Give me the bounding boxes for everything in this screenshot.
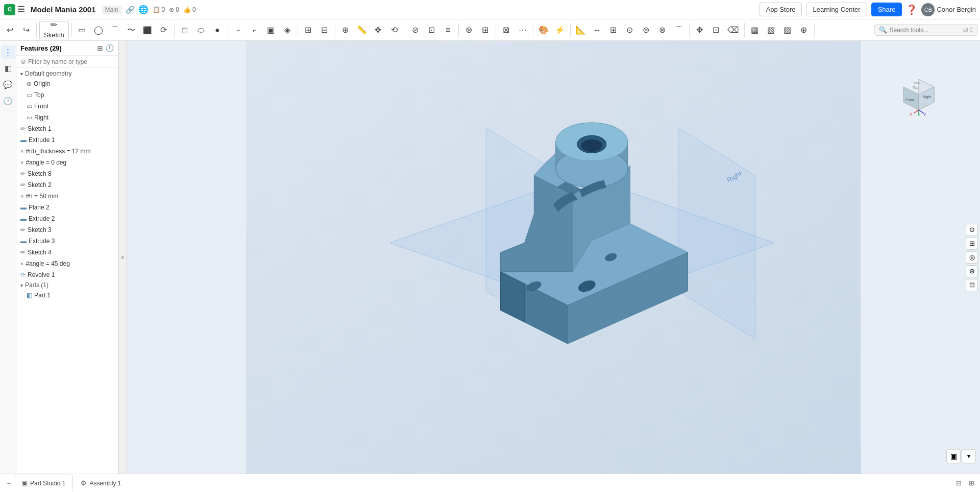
toolbar-freeform[interactable]: 〜 [124,21,139,39]
help-button[interactable]: ❓ [906,4,917,15]
toolbar-more[interactable]: ⋯ [515,21,530,39]
globe-icon[interactable]: 🌐 [138,5,149,14]
sidebar-parts-icon[interactable]: ◧ [1,61,15,76]
tree-item-plane2[interactable]: ▬ Plane 2 [16,202,118,213]
tree-item-var-rib[interactable]: × #rib_thickness = 12 mm [16,146,118,157]
app-store-button[interactable]: App Store [760,3,802,16]
link-icon[interactable]: 🔗 [126,6,134,14]
bottom-expand-btn[interactable]: ⊞ [967,478,976,488]
logo[interactable]: O ☰ [4,4,27,15]
toolbar-sheet1[interactable]: ▦ [747,21,763,39]
toolbar-move2[interactable]: ✥ [692,21,707,39]
toolbar-sphere[interactable]: ● [210,21,225,39]
toolbar-shell[interactable]: ▣ [263,21,279,39]
toolbar-assemble[interactable]: ⊞ [478,21,493,39]
toolbar-sheet3[interactable]: ▨ [780,21,795,39]
search-input[interactable] [889,27,961,34]
right-ctrl-2[interactable]: ⊞ [966,238,978,250]
toolbar-fillet[interactable]: ⌐ [231,21,246,39]
sidebar-history-icon[interactable]: 🕐 [1,94,15,108]
toolbar-circle[interactable]: ◯ [91,21,106,39]
toolbar-simulation[interactable]: ⚡ [552,21,568,39]
right-ctrl-1[interactable]: ⊙ [966,224,978,236]
tree-item-right[interactable]: ▭ Right [16,112,118,123]
right-ctrl-4[interactable]: ⊕ [966,265,978,277]
sidebar-messages-icon[interactable]: 💬 [1,78,15,92]
hamburger-icon[interactable]: ☰ [17,5,24,14]
feature-filter-input[interactable] [28,58,114,65]
toolbar-section[interactable]: ⊠ [499,21,514,39]
add-tab-button[interactable]: ＋ [4,477,14,489]
toolbar-render[interactable]: 🎨 [536,21,551,39]
tree-item-front[interactable]: ▭ Front [16,101,118,112]
feature-history-btn[interactable]: 🕐 [105,44,114,52]
toolbar-measure[interactable]: 📏 [354,21,370,39]
toolbar-revolve[interactable]: ⟳ [156,21,172,39]
sidebar-features-icon[interactable]: ⋮ [1,45,15,59]
tree-item-var-h[interactable]: × #h = 50 mm [16,191,118,202]
viewport[interactable]: Right Front Top [127,41,980,474]
toolbar-copy[interactable]: ⊡ [708,21,724,39]
toolbar-move[interactable]: ✥ [371,21,386,39]
tab-assembly[interactable]: ⚙ Assembly 1 [73,475,129,492]
tree-item-extrude3[interactable]: ▬ Extrude 3 [16,236,118,247]
toolbar-sheet2[interactable]: ▧ [764,21,779,39]
tree-item-sketch2[interactable]: ✏ Sketch 2 [16,179,118,191]
tree-section-parts[interactable]: ▾ Parts (1) [16,280,118,290]
toolbar-extrude[interactable]: ⬛ [140,21,155,39]
tab-part-studio[interactable]: ▣ Part Studio 1 [14,475,73,492]
user-menu[interactable]: CB Conor Bergin [921,3,976,16]
tree-item-sketch8[interactable]: ✏ Sketch 8 [16,168,118,179]
toolbar-crosshair[interactable]: ⊕ [796,21,812,39]
share-button[interactable]: Share [871,3,902,16]
toolbar-bend[interactable]: ⌒ [671,21,687,39]
toolbar-draft[interactable]: ◈ [280,21,295,39]
toolbar-thread[interactable]: ⊜ [639,21,654,39]
toolbar-plane[interactable]: ▭ [75,21,90,39]
toolbar-drawing[interactable]: 📐 [573,21,589,39]
toolbar-arc[interactable]: ⌒ [107,21,122,39]
toolbar-transform[interactable]: ⟲ [387,21,402,39]
right-ctrl-3[interactable]: ◎ [966,251,978,264]
toolbar-chamfer[interactable]: ⌐ [247,21,262,39]
view-style-button[interactable]: ▣ [946,449,961,463]
toolbar-hole[interactable]: ⊙ [622,21,638,39]
tree-item-var-angle1[interactable]: × #angle = 0 deg [16,157,118,168]
toolbar-mate[interactable]: ⊛ [461,21,477,39]
tree-section-default[interactable]: ▾ Default geometry [16,69,118,78]
toolbar-sketch[interactable]: ✏ Sketch [39,21,69,39]
feature-toggle-btn[interactable]: ⊞ [97,44,103,52]
toolbar-box[interactable]: ◻ [177,21,192,39]
tree-item-sketch3[interactable]: ✏ Sketch 3 [16,224,118,236]
learning-center-button[interactable]: Learning Center [806,3,867,16]
toolbar-thicken[interactable]: ≡ [440,21,456,39]
toolbar-mirror[interactable]: ⊟ [317,21,332,39]
toolbar-tolerance[interactable]: ⊞ [606,21,621,39]
tree-item-extrude1[interactable]: ▬ Extrude 1 [16,134,118,146]
toolbar-search[interactable]: 🔍 alt C [874,24,978,36]
toolbar-redo[interactable]: ↪ [18,21,34,39]
tree-item-sketch1[interactable]: ✏ Sketch 1 [16,123,118,134]
tree-item-top[interactable]: ▭ Top [16,89,118,101]
right-ctrl-5[interactable]: ⊡ [966,279,978,291]
tree-item-var-angle2[interactable]: × #angle = 45 deg [16,258,118,269]
branch-tag[interactable]: Main [102,6,121,14]
tree-item-extrude2[interactable]: ▬ Extrude 2 [16,213,118,224]
toolbar-undo[interactable]: ↩ [2,21,17,39]
toolbar-delete[interactable]: ⌫ [725,21,742,39]
toolbar-dimensions[interactable]: ↔ [590,21,605,39]
panel-collapse-handle[interactable]: ≡ [118,41,127,474]
tree-item-part1[interactable]: ◧ Part 1 [16,290,118,301]
toolbar-cylinder[interactable]: ⬭ [193,21,209,39]
tree-item-origin[interactable]: ⊕ Origin [16,78,118,89]
toolbar-pattern[interactable]: ⊞ [301,21,316,39]
tree-item-sketch4[interactable]: ✏ Sketch 4 [16,247,118,258]
toolbar-offset[interactable]: ⊡ [424,21,439,39]
tree-item-revolve1[interactable]: ⟳ Revolve 1 [16,269,118,280]
orientation-cube[interactable]: Top Front Right Back Y X Z [898,77,939,118]
toolbar-boolean[interactable]: ⊕ [338,21,353,39]
toolbar-weld[interactable]: ⊗ [655,21,670,39]
bottom-collapse-btn[interactable]: ⊟ [954,478,963,488]
view-dropdown-button[interactable]: ▾ [962,449,976,463]
toolbar-split[interactable]: ⊘ [408,21,423,39]
